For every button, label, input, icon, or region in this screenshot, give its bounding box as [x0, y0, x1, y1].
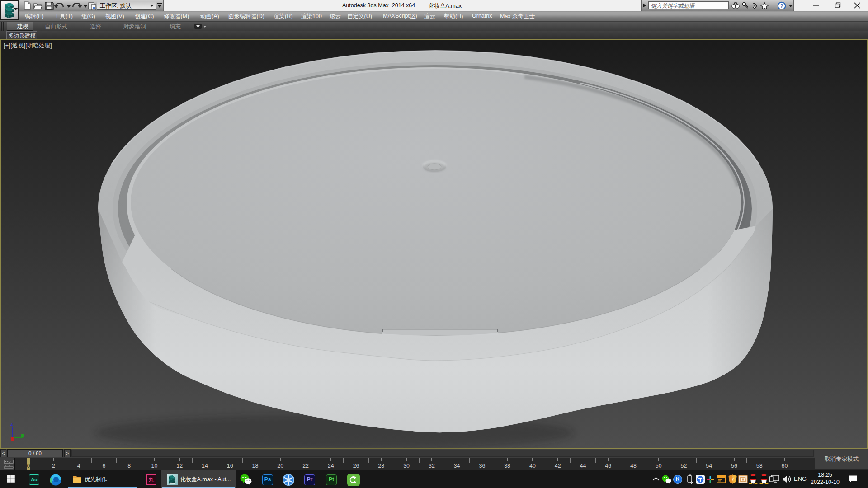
svg-text:z: z — [10, 421, 13, 427]
